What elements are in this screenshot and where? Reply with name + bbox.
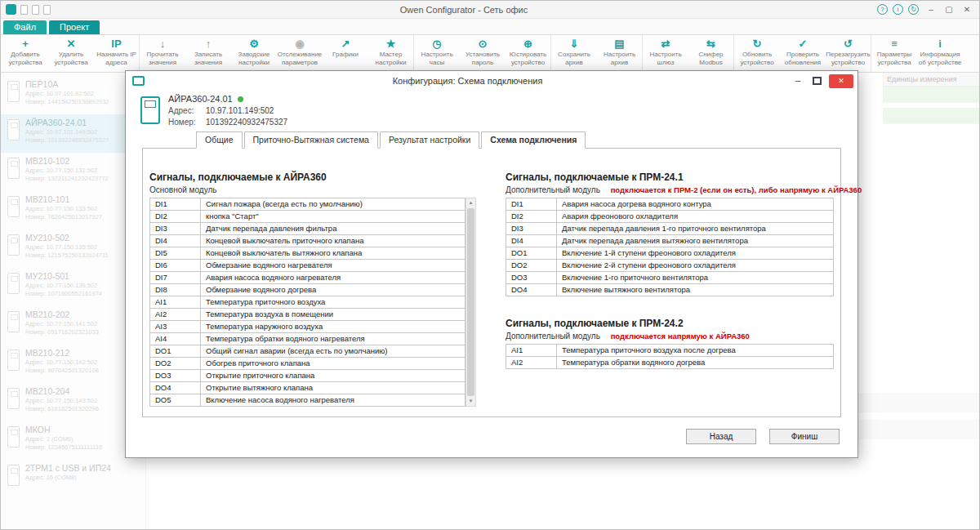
sync-icon[interactable]: ↻ xyxy=(908,4,919,15)
description-cell: Включение 2-й ступени фреонового охладит… xyxy=(557,260,834,272)
toolbar-button[interactable]: + Добавить устройства xyxy=(2,35,48,72)
new-project-icon[interactable] xyxy=(20,5,28,15)
signal-row: DO3 Открытие приточного клапана xyxy=(150,370,466,382)
description-cell: Включение 1-й ступени фреонового охладит… xyxy=(557,247,834,260)
signal-row: AI3 Температура наружного воздуха xyxy=(150,321,466,333)
table-scrollbar[interactable]: ▲ ▼ xyxy=(466,198,476,407)
toolbar-button[interactable]: ⊕ Юстировать устройство xyxy=(506,35,551,72)
device-name: 2ТРМ1 с USB и ИП24 xyxy=(25,463,111,473)
delete-device-icon: ✕ xyxy=(67,38,76,50)
toolbar-button-label: Добавить устройства xyxy=(2,51,48,66)
device-icon xyxy=(7,388,20,409)
scroll-thumb[interactable] xyxy=(467,208,474,396)
device-list-item[interactable]: МВ210-204 Адрес: 10.77.150.143:502 Номер… xyxy=(1,383,145,421)
toolbar-button-label: Графики xyxy=(332,51,359,59)
description-cell: Температура приточного воздуха xyxy=(201,296,466,309)
description-cell: Открытие приточного клапана xyxy=(201,370,466,382)
dialog-tab[interactable]: Результат настройки xyxy=(380,131,479,149)
help-icon[interactable]: ? xyxy=(877,4,888,15)
device-name: МУ210-502 xyxy=(25,233,109,243)
device-number: Номер: 616162501320296 xyxy=(25,405,99,412)
signal-row: DI8 Обмерзание водяного догрева xyxy=(150,284,466,296)
open-project-icon[interactable] xyxy=(32,5,39,15)
device-list-item[interactable]: ПЕР10А Адрес: 10.97.101.82:502 Номер: 14… xyxy=(1,76,145,114)
menu-tab[interactable]: Файл xyxy=(3,20,47,34)
signal-row: DO4 Включение вытяжного вентилятора xyxy=(506,284,834,296)
signal-cell: AI2 xyxy=(150,309,201,321)
toolbar-button[interactable]: ◉ Отслеживание параметров xyxy=(277,35,323,72)
toolbar-button[interactable]: ⇆ Снифер Modbus xyxy=(688,35,734,72)
toolbar-button[interactable]: ✓ Проверить обновления xyxy=(780,35,826,72)
window-maximize-button[interactable]: ▢ xyxy=(943,5,955,14)
info-icon[interactable]: i xyxy=(893,4,903,15)
scroll-up-icon[interactable]: ▲ xyxy=(466,198,475,207)
scroll-down-icon[interactable]: ▼ xyxy=(466,397,475,406)
description-cell: Температура воздуха в помещении xyxy=(201,309,466,321)
signal-cell: DI4 xyxy=(506,235,557,247)
toolbar-button[interactable]: ✕ Удалить устройства xyxy=(48,35,94,72)
number-value: 101392240932475327 xyxy=(206,118,287,127)
units-column-header: Единицы измерения xyxy=(883,73,979,87)
signal-cell: DO4 xyxy=(506,284,557,296)
device-list-item[interactable]: МУ210-502 Адрес: 10.77.150.135:502 Номер… xyxy=(1,229,145,268)
toolbar-button[interactable]: ↓ Прочитать значения xyxy=(140,35,185,72)
prm1-signals-table: DI1 Авария насоса догрева водяного конту… xyxy=(506,198,834,296)
device-address: Адрес: 10.97.101.82:502 xyxy=(25,90,109,97)
device-list-item[interactable]: МВ210-101 Адрес: 10.77.150.133:502 Номер… xyxy=(1,191,145,229)
background-table-rows xyxy=(857,393,979,447)
table-row-highlight xyxy=(883,108,979,124)
device-list-item[interactable]: МВ210-202 Адрес: 10.77.150.141:502 Номер… xyxy=(1,306,145,345)
dialog-buttons: Назад Финиш xyxy=(686,429,840,444)
signal-row: DI2 кнопка "Старт" xyxy=(150,211,466,223)
device-list-item[interactable]: МУ210-501 Адрес: 10.77.150.136:502 Номер… xyxy=(1,268,145,306)
toolbar-button[interactable]: ▤ Настроить архив xyxy=(597,35,643,72)
signal-cell: DI2 xyxy=(150,211,201,223)
signal-row: DI1 Сигнал пожара (всегда есть по умолча… xyxy=(150,198,466,211)
description-cell: Авария насоса догрева водяного контура xyxy=(557,198,834,211)
device-list-item[interactable]: 2ТРМ1 с USB и ИП24 Адрес: 16 (COM8) xyxy=(1,460,145,498)
toolbar-button[interactable]: ★ Мастер настройки xyxy=(368,35,414,72)
toolbar-button[interactable]: ↑ Записать значения xyxy=(185,35,231,72)
device-list-item[interactable]: МВ210-212 Адрес: 10.77.150.142:502 Номер… xyxy=(1,345,145,383)
finish-button[interactable]: Финиш xyxy=(769,429,840,444)
configure-archive-icon: ▤ xyxy=(614,38,624,50)
dialog-minimize-button[interactable]: – xyxy=(791,75,805,87)
device-list-item[interactable]: АЙРА360-24.01 Адрес: 10.97.101.149:502 Н… xyxy=(1,114,145,153)
device-address: Адрес: 10.77.150.133:502 xyxy=(25,205,102,212)
gateway-icon: ⇄ xyxy=(662,38,670,50)
toolbar-button[interactable]: IP Назначить IP адреса xyxy=(94,35,140,72)
write-values-icon: ↑ xyxy=(206,38,212,50)
back-button[interactable]: Назад xyxy=(686,429,756,444)
check-updates-icon: ✓ xyxy=(799,38,808,50)
description-cell: Температура обратки водяного догрева xyxy=(557,357,834,369)
toolbar-button[interactable]: i Информация об устройстве xyxy=(917,35,963,72)
signal-row: DI4 Датчик перепада давления вытяжного в… xyxy=(506,235,834,247)
address-label: Адрес: xyxy=(168,106,206,115)
toolbar-button[interactable]: ◷ Настроить часы xyxy=(414,35,460,72)
toolbar-button[interactable]: ⇄ Настроить шлюз xyxy=(643,35,688,72)
toolbar-button[interactable]: ⇓ Сохранить архив xyxy=(551,35,597,72)
signal-cell: AI1 xyxy=(150,296,201,309)
device-list-item[interactable]: МВ210-102 Адрес: 10.77.150.131:502 Номер… xyxy=(1,153,145,191)
menu-tab[interactable]: Проект xyxy=(49,20,100,34)
save-project-icon[interactable] xyxy=(43,5,51,15)
device-icon xyxy=(7,311,20,332)
toolbar-button[interactable]: ⊙ Установить пароль xyxy=(460,35,506,72)
dialog-tab[interactable]: Схема подключения xyxy=(481,131,586,149)
dialog-close-button[interactable]: ✕ xyxy=(829,74,853,88)
toolbar-button[interactable]: ≡ Параметры устройства xyxy=(871,35,917,72)
description-cell: кнопка "Старт" xyxy=(201,211,466,223)
toolbar-button[interactable]: ↺ Перезагрузить устройство xyxy=(826,35,871,72)
device-address: Адрес: 10.77.150.142:502 xyxy=(25,359,99,366)
toolbar-button[interactable]: ⚙ Заводские настройки xyxy=(231,35,277,72)
toolbar-button[interactable]: ↗ Графики xyxy=(323,35,368,72)
device-module-icon xyxy=(140,96,160,124)
window-close-button[interactable]: ✕ xyxy=(961,5,973,14)
window-minimize-button[interactable]: – xyxy=(925,5,937,14)
dialog-tab[interactable]: Приточно-Вытяжная система xyxy=(244,131,378,149)
dialog-maximize-button[interactable] xyxy=(813,77,822,85)
toolbar-button-label: Сохранить архив xyxy=(551,51,597,66)
toolbar-button[interactable]: ↻ Обновить устройство xyxy=(734,35,780,72)
device-list-item[interactable]: МКОН Адрес: 1 (COM6) Номер: 123456751111… xyxy=(1,421,145,460)
dialog-tab[interactable]: Общие xyxy=(196,131,243,149)
